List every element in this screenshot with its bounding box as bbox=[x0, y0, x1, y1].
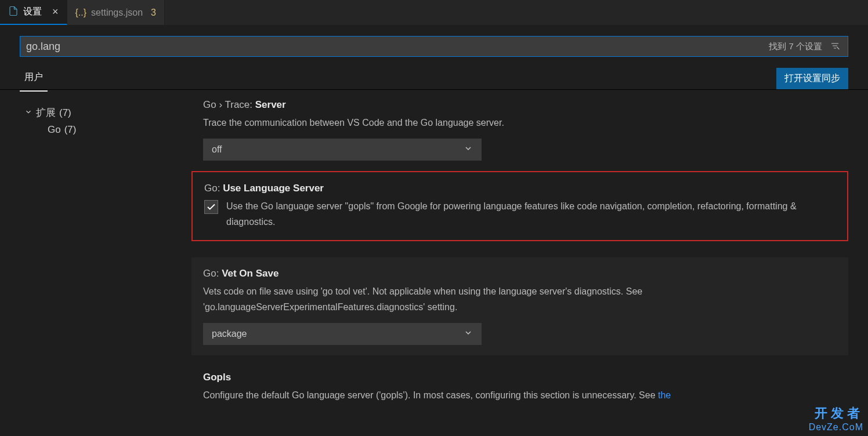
file-icon bbox=[8, 6, 19, 19]
select-value: off bbox=[212, 144, 222, 155]
tree-item-go[interactable]: Go (7) bbox=[20, 122, 182, 138]
tabs-bar: 设置 × {..} settings.json 3 bbox=[0, 0, 868, 26]
setting-go-vet-on-save: Go: Vet On Save Vets code on file save u… bbox=[191, 257, 848, 355]
setting-title: Go: Use Language Server bbox=[204, 183, 836, 194]
setting-title: Go › Trace: Server bbox=[203, 99, 837, 111]
content: 扩展 (7) Go (7) Go › Trace: Server Trace t… bbox=[0, 90, 868, 435]
tab-label: 设置 bbox=[23, 6, 42, 18]
search-wrap: 找到 7 个设置 bbox=[20, 36, 848, 57]
gopls-doc-link[interactable]: the bbox=[658, 390, 671, 400]
open-settings-sync-button[interactable]: 打开设置同步 bbox=[776, 68, 848, 89]
tab-settings-json[interactable]: {..} settings.json 3 bbox=[67, 0, 165, 25]
settings-search-input[interactable] bbox=[20, 37, 769, 56]
scope-tab-user[interactable]: 用户 bbox=[20, 66, 48, 92]
json-braces-icon: {..} bbox=[75, 8, 87, 18]
tree-count: (7) bbox=[64, 124, 77, 136]
close-icon[interactable]: × bbox=[52, 6, 59, 18]
setting-description: Use the Go language server "gopls" from … bbox=[226, 199, 836, 230]
select-wrap: package bbox=[203, 323, 482, 345]
tree-label: 扩展 bbox=[36, 106, 56, 119]
select-value: package bbox=[212, 329, 247, 339]
setting-title: Go: Vet On Save bbox=[203, 268, 837, 279]
chevron-down-icon bbox=[464, 144, 473, 155]
tree-item-extensions[interactable]: 扩展 (7) bbox=[20, 104, 182, 122]
tab-badge: 3 bbox=[151, 8, 156, 18]
search-area: 找到 7 个设置 bbox=[0, 26, 868, 57]
tab-label: settings.json bbox=[91, 8, 143, 18]
scope-bar: 用户 打开设置同步 bbox=[0, 57, 868, 89]
setting-title: Gopls bbox=[203, 372, 837, 383]
tree-count: (7) bbox=[59, 107, 71, 119]
tree-label: Go bbox=[48, 124, 61, 136]
setting-go-trace-server: Go › Trace: Server Trace the communicati… bbox=[191, 99, 848, 171]
svg-line-3 bbox=[837, 47, 839, 49]
setting-description: Trace the communication between VS Code … bbox=[203, 115, 837, 130]
settings-tree: 扩展 (7) Go (7) bbox=[20, 99, 182, 435]
setting-go-use-language-server: Go: Use Language Server Use the Go langu… bbox=[191, 171, 848, 241]
chevron-down-icon bbox=[24, 107, 32, 119]
check-icon bbox=[206, 202, 216, 212]
settings-main: Go › Trace: Server Trace the communicati… bbox=[191, 99, 848, 435]
filter-icon[interactable] bbox=[829, 41, 841, 52]
trace-server-select[interactable]: off bbox=[203, 139, 482, 161]
setting-description: Vets code on file save using 'go tool ve… bbox=[203, 284, 837, 315]
vet-on-save-select[interactable]: package bbox=[203, 323, 482, 345]
setting-description: Configure the default Go language server… bbox=[203, 388, 837, 403]
setting-gopls: Gopls Configure the default Go language … bbox=[191, 372, 848, 422]
chevron-down-icon bbox=[464, 328, 473, 340]
tab-settings[interactable]: 设置 × bbox=[0, 0, 67, 25]
search-right: 找到 7 个设置 bbox=[769, 41, 848, 52]
select-wrap: off bbox=[203, 139, 482, 161]
use-language-server-checkbox[interactable] bbox=[204, 200, 218, 214]
search-result-count: 找到 7 个设置 bbox=[769, 41, 822, 52]
checkbox-row: Use the Go language server "gopls" from … bbox=[204, 199, 836, 230]
